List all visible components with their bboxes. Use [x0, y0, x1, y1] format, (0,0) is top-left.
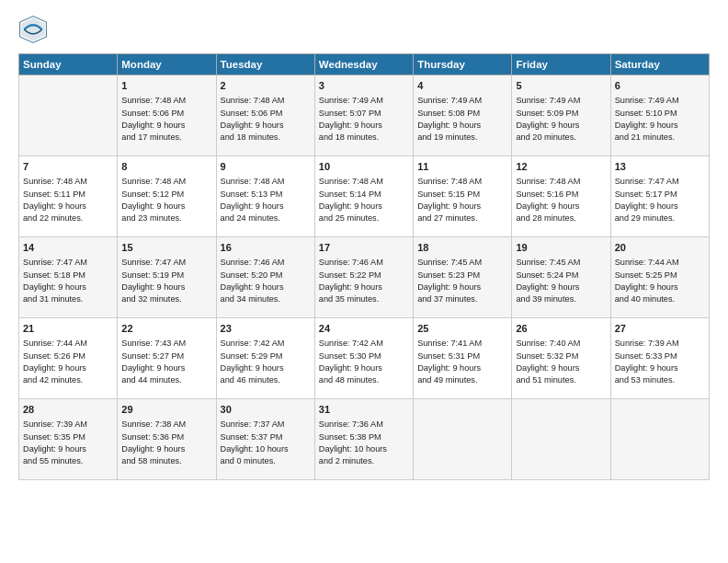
calendar-cell: 22Sunrise: 7:43 AMSunset: 5:27 PMDayligh…: [118, 318, 216, 399]
day-number: 13: [615, 160, 705, 174]
calendar-cell: [610, 399, 709, 480]
day-info: Sunrise: 7:48 AMSunset: 5:14 PMDaylight:…: [319, 176, 409, 224]
calendar-table: SundayMondayTuesdayWednesdayThursdayFrid…: [18, 53, 710, 480]
header-row: SundayMondayTuesdayWednesdayThursdayFrid…: [19, 54, 710, 75]
day-info: Sunrise: 7:45 AMSunset: 5:24 PMDaylight:…: [516, 257, 606, 305]
calendar-cell: 24Sunrise: 7:42 AMSunset: 5:30 PMDayligh…: [314, 318, 413, 399]
day-number: 20: [615, 241, 705, 255]
day-info: Sunrise: 7:38 AMSunset: 5:36 PMDaylight:…: [121, 419, 211, 467]
day-number: 1: [121, 79, 211, 93]
day-number: 9: [221, 160, 311, 174]
week-row-1: 1Sunrise: 7:48 AMSunset: 5:06 PMDaylight…: [19, 75, 710, 156]
week-row-3: 14Sunrise: 7:47 AMSunset: 5:18 PMDayligh…: [19, 237, 710, 318]
day-info: Sunrise: 7:49 AMSunset: 5:09 PMDaylight:…: [516, 95, 606, 144]
calendar-cell: [414, 399, 512, 480]
day-number: 15: [121, 241, 211, 255]
day-info: Sunrise: 7:48 AMSunset: 5:11 PMDaylight:…: [23, 176, 113, 224]
day-number: 25: [417, 322, 507, 336]
day-info: Sunrise: 7:48 AMSunset: 5:12 PMDaylight:…: [121, 176, 211, 224]
calendar-cell: 29Sunrise: 7:38 AMSunset: 5:36 PMDayligh…: [118, 399, 216, 480]
day-info: Sunrise: 7:46 AMSunset: 5:22 PMDaylight:…: [319, 257, 409, 305]
page: SundayMondayTuesdayWednesdayThursdayFrid…: [0, 0, 728, 563]
column-header-sunday: Sunday: [19, 54, 118, 75]
calendar-cell: 17Sunrise: 7:46 AMSunset: 5:22 PMDayligh…: [314, 237, 413, 318]
calendar-cell: 16Sunrise: 7:46 AMSunset: 5:20 PMDayligh…: [216, 237, 314, 318]
day-info: Sunrise: 7:47 AMSunset: 5:19 PMDaylight:…: [121, 257, 211, 305]
day-number: 16: [221, 241, 311, 255]
calendar-cell: 27Sunrise: 7:39 AMSunset: 5:33 PMDayligh…: [610, 318, 709, 399]
calendar-cell: 3Sunrise: 7:49 AMSunset: 5:07 PMDaylight…: [314, 75, 413, 156]
day-number: 28: [23, 403, 113, 417]
day-number: 2: [221, 79, 311, 93]
day-number: 21: [23, 322, 113, 336]
column-header-friday: Friday: [512, 54, 610, 75]
logo: [18, 15, 51, 44]
calendar-cell: 13Sunrise: 7:47 AMSunset: 5:17 PMDayligh…: [610, 156, 709, 237]
calendar-cell: 30Sunrise: 7:37 AMSunset: 5:37 PMDayligh…: [216, 399, 314, 480]
day-number: 3: [319, 79, 409, 93]
day-number: 5: [516, 79, 606, 93]
day-number: 10: [319, 160, 409, 174]
day-info: Sunrise: 7:42 AMSunset: 5:30 PMDaylight:…: [319, 338, 409, 386]
day-info: Sunrise: 7:49 AMSunset: 5:10 PMDaylight:…: [615, 95, 705, 144]
day-info: Sunrise: 7:43 AMSunset: 5:27 PMDaylight:…: [121, 338, 211, 386]
calendar-cell: 8Sunrise: 7:48 AMSunset: 5:12 PMDaylight…: [118, 156, 216, 237]
logo-icon: [18, 15, 48, 44]
column-header-tuesday: Tuesday: [216, 54, 314, 75]
day-info: Sunrise: 7:48 AMSunset: 5:06 PMDaylight:…: [221, 95, 311, 144]
day-number: 18: [417, 241, 507, 255]
day-number: 30: [221, 403, 311, 417]
calendar-cell: 21Sunrise: 7:44 AMSunset: 5:26 PMDayligh…: [19, 318, 118, 399]
day-number: 7: [23, 160, 113, 174]
day-info: Sunrise: 7:37 AMSunset: 5:37 PMDaylight:…: [221, 419, 311, 467]
day-info: Sunrise: 7:39 AMSunset: 5:33 PMDaylight:…: [615, 338, 705, 386]
day-number: 31: [319, 403, 409, 417]
calendar-cell: 6Sunrise: 7:49 AMSunset: 5:10 PMDaylight…: [610, 75, 709, 156]
day-number: 24: [319, 322, 409, 336]
day-info: Sunrise: 7:48 AMSunset: 5:06 PMDaylight:…: [121, 95, 211, 144]
day-info: Sunrise: 7:44 AMSunset: 5:25 PMDaylight:…: [615, 257, 705, 305]
calendar-cell: 25Sunrise: 7:41 AMSunset: 5:31 PMDayligh…: [414, 318, 512, 399]
day-info: Sunrise: 7:39 AMSunset: 5:35 PMDaylight:…: [23, 419, 113, 467]
day-info: Sunrise: 7:48 AMSunset: 5:13 PMDaylight:…: [221, 176, 311, 224]
day-number: 4: [417, 79, 507, 93]
day-number: 6: [615, 79, 705, 93]
day-info: Sunrise: 7:49 AMSunset: 5:07 PMDaylight:…: [319, 95, 409, 144]
day-info: Sunrise: 7:40 AMSunset: 5:32 PMDaylight:…: [516, 338, 606, 386]
day-number: 27: [615, 322, 705, 336]
day-info: Sunrise: 7:49 AMSunset: 5:08 PMDaylight:…: [417, 95, 507, 144]
day-info: Sunrise: 7:47 AMSunset: 5:18 PMDaylight:…: [23, 257, 113, 305]
calendar-cell: 4Sunrise: 7:49 AMSunset: 5:08 PMDaylight…: [414, 75, 512, 156]
day-info: Sunrise: 7:42 AMSunset: 5:29 PMDaylight:…: [221, 338, 311, 386]
week-row-2: 7Sunrise: 7:48 AMSunset: 5:11 PMDaylight…: [19, 156, 710, 237]
column-header-monday: Monday: [118, 54, 216, 75]
calendar-cell: [19, 75, 118, 156]
day-number: 29: [121, 403, 211, 417]
column-header-wednesday: Wednesday: [314, 54, 413, 75]
column-header-saturday: Saturday: [610, 54, 709, 75]
calendar-cell: 18Sunrise: 7:45 AMSunset: 5:23 PMDayligh…: [414, 237, 512, 318]
calendar-header: SundayMondayTuesdayWednesdayThursdayFrid…: [19, 54, 710, 75]
calendar-cell: 14Sunrise: 7:47 AMSunset: 5:18 PMDayligh…: [19, 237, 118, 318]
day-number: 11: [417, 160, 507, 174]
day-info: Sunrise: 7:48 AMSunset: 5:16 PMDaylight:…: [516, 176, 606, 224]
calendar-cell: 28Sunrise: 7:39 AMSunset: 5:35 PMDayligh…: [19, 399, 118, 480]
day-number: 22: [121, 322, 211, 336]
day-number: 23: [221, 322, 311, 336]
calendar-cell: 15Sunrise: 7:47 AMSunset: 5:19 PMDayligh…: [118, 237, 216, 318]
day-info: Sunrise: 7:45 AMSunset: 5:23 PMDaylight:…: [417, 257, 507, 305]
day-info: Sunrise: 7:48 AMSunset: 5:15 PMDaylight:…: [417, 176, 507, 224]
calendar-cell: 10Sunrise: 7:48 AMSunset: 5:14 PMDayligh…: [314, 156, 413, 237]
day-number: 14: [23, 241, 113, 255]
calendar-cell: 19Sunrise: 7:45 AMSunset: 5:24 PMDayligh…: [512, 237, 610, 318]
calendar-cell: 31Sunrise: 7:36 AMSunset: 5:38 PMDayligh…: [314, 399, 413, 480]
week-row-5: 28Sunrise: 7:39 AMSunset: 5:35 PMDayligh…: [19, 399, 710, 480]
day-number: 19: [516, 241, 606, 255]
calendar-cell: 7Sunrise: 7:48 AMSunset: 5:11 PMDaylight…: [19, 156, 118, 237]
day-number: 26: [516, 322, 606, 336]
calendar-body: 1Sunrise: 7:48 AMSunset: 5:06 PMDaylight…: [19, 75, 710, 480]
calendar-cell: 23Sunrise: 7:42 AMSunset: 5:29 PMDayligh…: [216, 318, 314, 399]
calendar-cell: [512, 399, 610, 480]
day-number: 8: [121, 160, 211, 174]
day-info: Sunrise: 7:44 AMSunset: 5:26 PMDaylight:…: [23, 338, 113, 386]
